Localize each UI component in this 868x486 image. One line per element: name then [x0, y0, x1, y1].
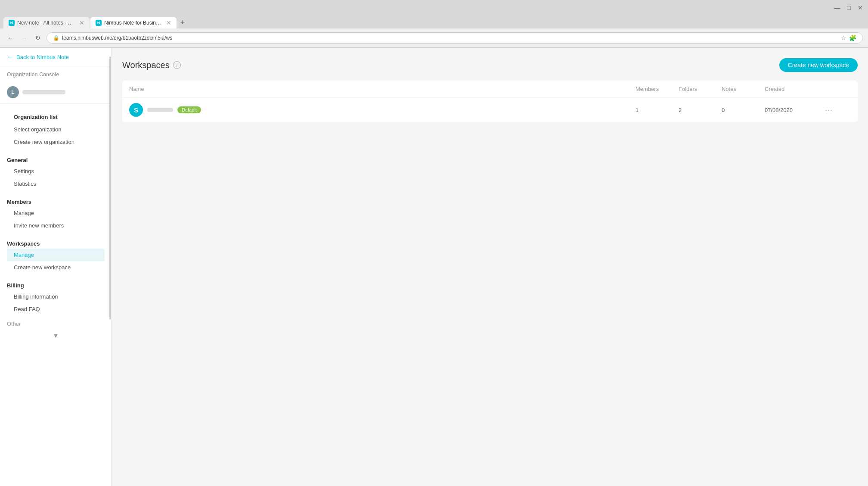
sidebar-section-billing-title: Billing	[7, 282, 105, 289]
tab-2-title: Nimbus Note for Business - Org...	[104, 20, 164, 26]
tab-2[interactable]: N Nimbus Note for Business - Org... ✕	[90, 17, 177, 28]
sidebar: ← Back to Nimbus Note Organization Conso…	[0, 48, 112, 486]
sidebar-section-members: Members Manage Invite new members	[0, 192, 112, 234]
sidebar-section-general-title: General	[7, 157, 105, 163]
sidebar-item-create-org[interactable]: Create new organization	[7, 136, 105, 148]
bookmark-icon[interactable]: ☆	[841, 34, 846, 41]
sidebar-item-settings[interactable]: Settings	[7, 165, 105, 178]
sidebar-item-select-org[interactable]: Select organization	[7, 123, 105, 136]
workspace-name-blurred	[147, 108, 173, 112]
maximize-button[interactable]: □	[847, 4, 851, 11]
url-bar[interactable]: 🔒 teams.nimbusweb.me/org/b1baotb2zdcim5i…	[46, 32, 863, 44]
sidebar-item-org-list[interactable]: Organization list	[7, 111, 105, 123]
close-button[interactable]: ✕	[858, 4, 863, 11]
page-title: Workspaces	[122, 60, 170, 70]
workspace-more-button[interactable]: ···	[825, 106, 851, 115]
extension-icon[interactable]: 🧩	[849, 34, 856, 41]
workspace-created-date: 07/08/2020	[765, 107, 825, 113]
browser-chrome: — □ ✕ N New note - All notes - Nimbus ..…	[0, 0, 868, 48]
tabs-bar: N New note - All notes - Nimbus ... ✕ N …	[0, 16, 868, 28]
col-actions	[825, 86, 851, 92]
tab-1-title: New note - All notes - Nimbus ...	[17, 20, 77, 26]
back-label: Back to Nimbus Note	[16, 54, 69, 60]
org-console-label: Organization Console	[0, 66, 112, 83]
tab-1[interactable]: N New note - All notes - Nimbus ... ✕	[3, 17, 90, 28]
url-text: teams.nimbusweb.me/org/b1baotb2zdcim5ia/…	[62, 35, 838, 41]
sidebar-section-billing: Billing Billing information Read FAQ	[0, 275, 112, 317]
reload-button[interactable]: ↻	[33, 33, 43, 43]
sidebar-item-manage-workspaces[interactable]: Manage	[7, 249, 105, 261]
tab-1-close[interactable]: ✕	[79, 20, 84, 26]
sidebar-item-billing-info[interactable]: Billing information	[7, 290, 105, 303]
sidebar-scroll-down-icon[interactable]: ▼	[53, 332, 59, 339]
minimize-button[interactable]: —	[834, 4, 840, 11]
sidebar-item-statistics[interactable]: Statistics	[7, 178, 105, 190]
workspace-avatar: S	[129, 103, 143, 117]
sidebar-scrollbar-thumb	[109, 56, 111, 320]
user-avatar: L	[7, 86, 19, 98]
sidebar-item-create-workspace[interactable]: Create new workspace	[7, 261, 105, 274]
col-members: Members	[636, 86, 679, 92]
tab-2-close[interactable]: ✕	[166, 20, 171, 26]
workspace-name-cell: S Default	[129, 103, 636, 117]
new-tab-button[interactable]: +	[177, 17, 188, 28]
sidebar-item-read-faq[interactable]: Read FAQ	[7, 303, 105, 315]
workspace-table: Name Members Folders Notes Created S Def…	[122, 81, 858, 122]
sidebar-section-workspaces-title: Workspaces	[7, 240, 105, 247]
col-folders: Folders	[679, 86, 722, 92]
page-header: Workspaces i Create new workspace	[122, 58, 858, 72]
tab-2-icon: N	[96, 20, 102, 26]
tab-1-icon: N	[9, 20, 15, 26]
workspace-folders-count: 2	[679, 107, 722, 113]
workspace-members-count: 1	[636, 107, 679, 113]
back-nav-button[interactable]: ←	[5, 33, 16, 43]
forward-nav-button[interactable]: →	[19, 33, 29, 43]
col-created: Created	[765, 86, 825, 92]
user-row: L	[0, 83, 112, 104]
col-notes: Notes	[722, 86, 765, 92]
workspace-notes-count: 0	[722, 107, 765, 113]
sidebar-section-members-title: Members	[7, 199, 105, 205]
sidebar-section-general: General Settings Statistics	[0, 150, 112, 192]
page-title-row: Workspaces i	[122, 60, 181, 70]
sidebar-scrollbar[interactable]	[109, 48, 112, 486]
window-controls[interactable]: — □ ✕	[834, 4, 863, 11]
back-arrow-icon: ←	[7, 53, 14, 61]
back-to-nimbus-button[interactable]: ← Back to Nimbus Note	[0, 48, 112, 66]
sidebar-more-label: Other	[0, 317, 112, 330]
address-bar: ← → ↻ 🔒 teams.nimbusweb.me/org/b1baotb2z…	[0, 28, 868, 47]
sidebar-item-invite-members[interactable]: Invite new members	[7, 219, 105, 232]
sidebar-section-org: Organization list Select organization Cr…	[0, 104, 112, 150]
default-badge: Default	[177, 106, 201, 113]
main-content: Workspaces i Create new workspace Name M…	[112, 48, 868, 486]
col-name: Name	[129, 86, 636, 92]
sidebar-section-workspaces: Workspaces Manage Create new workspace	[0, 234, 112, 275]
sidebar-item-manage-members[interactable]: Manage	[7, 207, 105, 219]
create-workspace-button[interactable]: Create new workspace	[779, 58, 858, 72]
table-header: Name Members Folders Notes Created	[122, 81, 858, 98]
info-icon[interactable]: i	[173, 61, 181, 69]
user-name-blurred	[22, 90, 65, 94]
app-container: ← Back to Nimbus Note Organization Conso…	[0, 48, 868, 486]
table-row: S Default 1 2 0 07/08/2020 ···	[122, 98, 858, 122]
titlebar: — □ ✕	[0, 0, 868, 16]
